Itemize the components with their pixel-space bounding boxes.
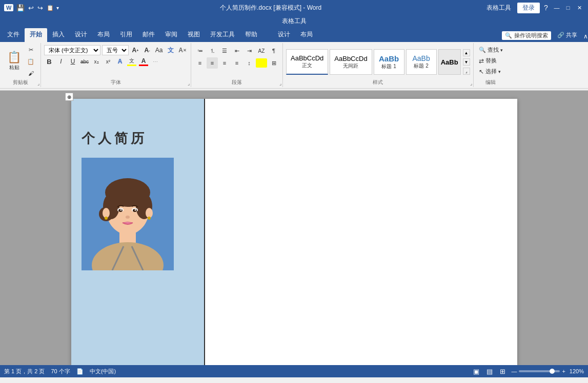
tab-design[interactable]: 设计 [70, 28, 92, 42]
superscript-btn[interactable]: x² [103, 56, 113, 67]
replace-btn[interactable]: ⇄ 替换 [477, 56, 505, 66]
font-shrink-btn[interactable]: A- [142, 45, 152, 55]
styles-scroll-down[interactable]: ▼ [463, 58, 470, 66]
clipboard-expand[interactable]: ⌟ [37, 81, 39, 86]
search-box[interactable]: 🔍 操作说明搜索 [502, 31, 551, 40]
tab-home[interactable]: 开始 [25, 28, 47, 42]
align-center-btn[interactable]: ≡ [207, 57, 218, 69]
font-color-btn[interactable]: A [138, 57, 149, 65]
shading-color-btn[interactable] [256, 58, 267, 68]
table-cell-right [205, 99, 517, 365]
zoom-slider[interactable] [519, 370, 560, 372]
font-row2: B I U abc x₂ x² A 文 A ⋯ [44, 56, 188, 67]
close-btn[interactable]: ✕ [575, 3, 584, 12]
font-size-select[interactable]: 五号 四号 三号 [102, 45, 129, 55]
font-name-select[interactable]: 宋体 (中文正文) [44, 45, 100, 55]
person-portrait [82, 158, 174, 270]
styles-section: AaBbCcDd 正文 AaBbCcDd 无间距 AaBb 标题 1 AaBb … [283, 43, 474, 87]
style-no-space[interactable]: AaBbCcDd 无间距 [330, 49, 372, 75]
tab-references[interactable]: 引用 [115, 28, 137, 42]
text-highlight-btn[interactable]: 文 [166, 45, 176, 55]
tab-file[interactable]: 文件 [2, 28, 25, 42]
style-more-preview: AaBb [438, 49, 461, 75]
select-btn[interactable]: ↖ 选择 ▾ [477, 67, 505, 76]
text-effect-btn[interactable]: A [115, 56, 125, 67]
styles-scroll-up[interactable]: ▲ [463, 49, 470, 56]
zoom-level[interactable]: 120% [570, 368, 584, 374]
table-move-handle[interactable]: ⊕ [65, 93, 73, 101]
tab-review[interactable]: 审阅 [160, 28, 183, 42]
zoom-out-btn[interactable]: — [511, 368, 517, 374]
zoom-controls: — + [511, 368, 565, 374]
font-section: 宋体 (中文正文) 五号 四号 三号 A+ A- Aa 文 A✕ B I U a… [41, 43, 191, 87]
highlight-color-btn[interactable]: 文 [127, 57, 137, 65]
highlight-btn-group: 文 [127, 57, 137, 66]
tab-layout[interactable]: 布局 [92, 28, 115, 42]
change-case-btn[interactable]: Aa [154, 45, 164, 55]
view-web-btn[interactable]: ⊞ [498, 367, 507, 376]
style-heading1-label: 标题 1 [381, 63, 396, 70]
help-btn[interactable]: ? [542, 4, 550, 12]
style-heading1[interactable]: AaBb 标题 1 [374, 49, 404, 75]
tab-insert[interactable]: 插入 [47, 28, 70, 42]
justify-btn[interactable]: ≡ [231, 57, 242, 69]
font-row1: 宋体 (中文正文) 五号 四号 三号 A+ A- Aa 文 A✕ [44, 45, 188, 55]
tab-table-design[interactable]: 设计 [273, 28, 295, 42]
style-normal[interactable]: AaBbCcDd 正文 [286, 49, 328, 75]
italic-btn[interactable]: I [56, 56, 66, 67]
paragraph-expand[interactable]: ⌟ [279, 81, 281, 86]
strikethrough-btn[interactable]: abc [79, 56, 90, 67]
numbering-btn[interactable]: ⒈ [207, 45, 218, 56]
save-btn[interactable]: 💾 [15, 3, 26, 13]
copy-btn[interactable]: 📋 [25, 56, 36, 67]
replace-icon: ⇄ [479, 57, 484, 65]
underline-btn[interactable]: U [68, 56, 78, 67]
find-label: 查找 [488, 46, 499, 54]
borders-btn[interactable]: ⊞ [268, 57, 279, 69]
style-heading2[interactable]: AaBb 标题 2 [406, 49, 437, 75]
search-label: 操作说明搜索 [514, 32, 548, 39]
tab-view[interactable]: 视图 [183, 28, 205, 42]
subscript-btn[interactable]: x₂ [91, 56, 102, 67]
sort-btn[interactable]: AZ [256, 45, 267, 56]
login-button[interactable]: 登录 [517, 3, 540, 13]
redo-btn[interactable]: ↪ [36, 3, 44, 13]
clear-format-btn[interactable]: A✕ [177, 45, 188, 55]
tab-mailings[interactable]: 邮件 [137, 28, 160, 42]
undo-btn[interactable]: ↩ [27, 3, 35, 13]
ribbon-collapse-btn[interactable]: ∧ [583, 33, 588, 40]
font-expand[interactable]: ⌟ [188, 81, 190, 86]
show-marks-btn[interactable]: ¶ [268, 45, 279, 56]
paste-label: 粘贴 [9, 64, 19, 71]
bullets-btn[interactable]: ≔ [194, 45, 206, 56]
find-btn[interactable]: 🔍 查找 ▾ [477, 45, 505, 55]
align-left-btn[interactable]: ≡ [194, 57, 206, 69]
decrease-indent-btn[interactable]: ⇤ [231, 45, 242, 56]
font-grow-btn[interactable]: A+ [130, 45, 140, 55]
view-print-btn[interactable]: ▣ [472, 367, 481, 376]
styles-scroll: ▲ ▼ ⌟ [463, 49, 470, 75]
shading-btn[interactable]: ⋯ [150, 56, 160, 67]
align-right-btn[interactable]: ≡ [219, 57, 230, 69]
multilevel-btn[interactable]: ☰ [219, 45, 230, 56]
share-btn[interactable]: 🔗 共享 [555, 30, 579, 40]
cut-btn[interactable]: ✂ [25, 44, 36, 55]
format-painter-btn[interactable]: 🖌 [25, 68, 36, 79]
tab-table-layout[interactable]: 布局 [295, 28, 318, 42]
styles-expand-btn[interactable]: ⌟ [470, 81, 472, 86]
maximize-btn[interactable]: □ [563, 3, 573, 12]
paste-btn[interactable]: 📋 粘贴 [4, 50, 24, 73]
increase-indent-btn[interactable]: ⇥ [244, 45, 255, 56]
find-arrow: ▾ [500, 48, 503, 53]
tab-help[interactable]: 帮助 [240, 28, 262, 42]
clipboard-label: 剪贴板 [0, 79, 40, 86]
touch-btn[interactable]: 📋 [46, 4, 55, 12]
minimize-btn[interactable]: — [552, 3, 561, 12]
styles-expand[interactable]: ⌟ [463, 68, 470, 75]
zoom-in-btn[interactable]: + [562, 368, 565, 374]
line-spacing-btn[interactable]: ↕ [244, 57, 255, 69]
bold-btn[interactable]: B [44, 56, 54, 67]
view-read-btn[interactable]: ▤ [485, 367, 494, 376]
word-icon[interactable]: W [4, 4, 13, 11]
tab-developer[interactable]: 开发工具 [205, 28, 240, 42]
